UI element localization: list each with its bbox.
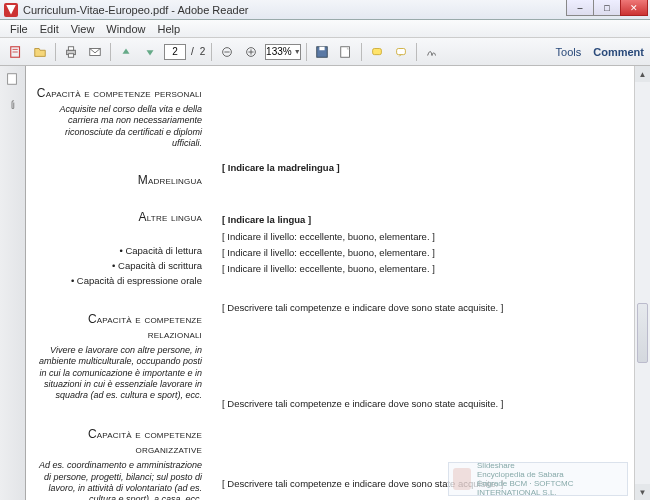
toolbar-separator — [55, 43, 56, 61]
toolbar-separator — [306, 43, 307, 61]
field-value: [ Indicare la lingua ] — [222, 214, 632, 226]
workarea: Capacità e competenze personali Acquisit… — [0, 66, 650, 500]
page-total: 2 — [200, 46, 206, 57]
app-icon — [4, 3, 18, 17]
field-value: [ Indicare la madrelingua ] — [222, 162, 632, 174]
attachments-icon[interactable] — [5, 98, 21, 114]
toolbar-separator — [361, 43, 362, 61]
toolbar-right: Tools Comment — [556, 46, 644, 58]
field-value: [ Indicare il livello: eccellente, buono… — [222, 263, 632, 275]
bullet-item: • Capacità di espressione orale — [34, 275, 202, 286]
save-icon[interactable] — [311, 42, 333, 62]
tools-link[interactable]: Tools — [556, 46, 582, 58]
export-pdf-icon[interactable] — [5, 42, 27, 62]
section-title: Altre lingua — [34, 210, 202, 225]
scroll-up-icon[interactable]: ▲ — [635, 66, 650, 82]
scroll-track[interactable] — [635, 82, 650, 484]
page-sep: / — [191, 46, 194, 57]
chevron-down-icon: ▼ — [294, 45, 301, 59]
svg-rect-11 — [397, 48, 406, 54]
toolbar: 2 / 2 133%▼ Tools Comment — [0, 38, 650, 66]
section-desc: Acquisite nel corso della vita e della c… — [34, 104, 202, 149]
toolbar-separator — [211, 43, 212, 61]
watermark-line: Engrade BCM · SOFTCMC INTERNATIONAL S.L. — [477, 479, 623, 497]
scrollbar[interactable]: ▲ ▼ — [634, 66, 650, 500]
menu-bar: File Edit View Window Help — [0, 20, 650, 38]
bullet-item: • Capacità di scrittura — [34, 260, 202, 271]
zoom-out-icon[interactable] — [216, 42, 238, 62]
field-value: [ Descrivere tali competenze e indicare … — [222, 398, 632, 410]
svg-rect-3 — [68, 53, 73, 57]
section-title: Capacità e competenze organizzative — [34, 427, 202, 457]
field-value: [ Indicare il livello: eccellente, buono… — [222, 231, 632, 243]
titlebar: Curriculum-Vitae-Europeo.pdf - Adobe Rea… — [0, 0, 650, 20]
document-viewport[interactable]: Capacità e competenze personali Acquisit… — [26, 66, 650, 500]
convert-icon[interactable] — [335, 42, 357, 62]
section-title: Madrelingua — [34, 173, 202, 188]
svg-rect-8 — [320, 46, 325, 50]
section-desc: Vivere e lavorare con altre persone, in … — [34, 345, 202, 401]
print-icon[interactable] — [60, 42, 82, 62]
svg-rect-10 — [373, 48, 382, 54]
menu-window[interactable]: Window — [100, 23, 151, 35]
menu-view[interactable]: View — [65, 23, 101, 35]
watermark-overlay: Slideshare Encyclopedia de Sabara Engrad… — [448, 462, 628, 496]
open-icon[interactable] — [29, 42, 51, 62]
close-button[interactable]: ✕ — [620, 0, 648, 16]
thumbnails-icon[interactable] — [5, 72, 21, 88]
watermark-line: Slideshare — [477, 461, 623, 470]
svg-rect-2 — [68, 46, 73, 50]
highlight-icon[interactable] — [366, 42, 388, 62]
bullet-item: • Capacità di lettura — [34, 245, 202, 256]
menu-help[interactable]: Help — [151, 23, 186, 35]
watermark-line: Encyclopedia de Sabara — [477, 470, 623, 479]
scroll-thumb[interactable] — [637, 303, 648, 363]
field-value: [ Descrivere tali competenze e indicare … — [222, 302, 632, 314]
watermark-icon — [453, 468, 471, 490]
sign-icon[interactable] — [421, 42, 443, 62]
page-number-input[interactable]: 2 — [164, 44, 186, 60]
section-title: Capacità e competenze relazionali — [34, 312, 202, 342]
menu-file[interactable]: File — [4, 23, 34, 35]
page-down-icon[interactable] — [139, 42, 161, 62]
page-up-icon[interactable] — [115, 42, 137, 62]
section-title: Capacità e competenze personali — [34, 86, 202, 101]
window-buttons: – □ ✕ — [567, 0, 648, 16]
comment-icon[interactable] — [390, 42, 412, 62]
right-column: [ Indicare la madrelingua ] [ Indicare l… — [212, 80, 632, 486]
toolbar-separator — [110, 43, 111, 61]
comment-link[interactable]: Comment — [593, 46, 644, 58]
toolbar-separator — [416, 43, 417, 61]
zoom-level-input[interactable]: 133%▼ — [265, 44, 301, 60]
pdf-page: Capacità e competenze personali Acquisit… — [26, 66, 650, 500]
scroll-down-icon[interactable]: ▼ — [635, 484, 650, 500]
window-title: Curriculum-Vitae-Europeo.pdf - Adobe Rea… — [23, 4, 248, 16]
svg-rect-12 — [7, 74, 16, 85]
field-value: [ Indicare il livello: eccellente, buono… — [222, 247, 632, 259]
minimize-button[interactable]: – — [566, 0, 594, 16]
sidebar — [0, 66, 26, 500]
menu-edit[interactable]: Edit — [34, 23, 65, 35]
left-column: Capacità e competenze personali Acquisit… — [34, 80, 212, 486]
zoom-value: 133% — [266, 45, 292, 59]
maximize-button[interactable]: □ — [593, 0, 621, 16]
zoom-in-icon[interactable] — [240, 42, 262, 62]
section-desc: Ad es. coordinamento e amministrazione d… — [34, 460, 202, 500]
email-icon[interactable] — [84, 42, 106, 62]
